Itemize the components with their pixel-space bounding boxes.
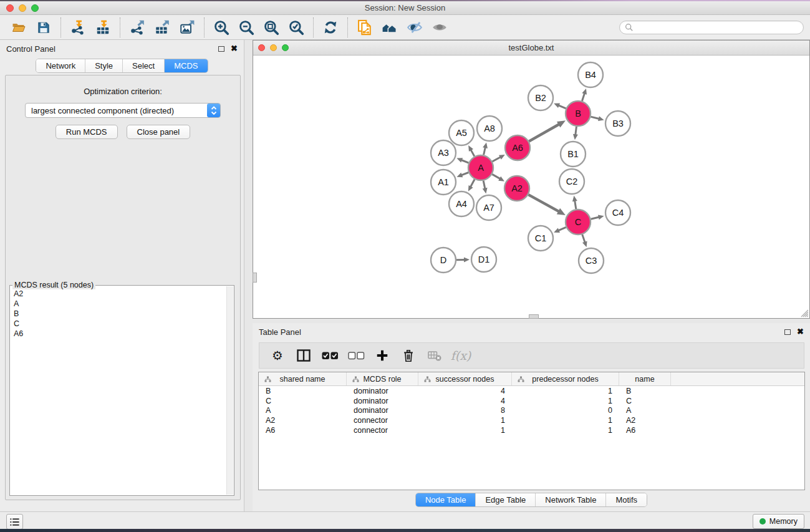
- memory-button[interactable]: Memory: [753, 514, 804, 529]
- cell-predecessor-nodes[interactable]: 1: [512, 416, 619, 425]
- window-edge-handle-bottom[interactable]: [529, 314, 539, 319]
- deselect-all-columns-icon[interactable]: [344, 345, 368, 366]
- show-panels-list-button[interactable]: [6, 514, 23, 530]
- column-header-MCDS-role[interactable]: MCDS role: [347, 372, 418, 385]
- graph-node-C3[interactable]: C3: [579, 248, 604, 273]
- cell-shared-name[interactable]: B: [259, 387, 347, 395]
- graph-node-A8[interactable]: A8: [477, 116, 502, 141]
- import-network-icon[interactable]: [65, 17, 90, 38]
- mcds-result-item[interactable]: C: [14, 319, 226, 329]
- table-settings-gear-icon[interactable]: ⚙: [266, 345, 289, 366]
- graph-edge-A-A4[interactable]: [471, 180, 475, 187]
- graph-node-A4[interactable]: A4: [449, 191, 474, 216]
- create-column-plus-icon[interactable]: [370, 345, 394, 366]
- mcds-result-item[interactable]: B: [14, 309, 226, 319]
- tab-style[interactable]: Style: [85, 59, 122, 72]
- graph-edge-C-C4[interactable]: [591, 217, 599, 219]
- graph-node-D[interactable]: D: [431, 248, 456, 273]
- close-panel-icon[interactable]: ✖: [231, 46, 238, 52]
- graph-edge-C-C3[interactable]: [582, 235, 585, 243]
- run-mcds-button[interactable]: Run MCDS: [55, 125, 118, 139]
- cell-MCDS-role[interactable]: dominator: [347, 397, 418, 405]
- hide-selected-icon[interactable]: [402, 17, 427, 38]
- mcds-result-item[interactable]: A6: [14, 329, 226, 339]
- tab-node-table[interactable]: Node Table: [416, 493, 476, 506]
- export-network-icon[interactable]: [125, 17, 150, 38]
- graph-edge-A-A3[interactable]: [461, 160, 469, 163]
- float-table-panel-icon[interactable]: [784, 329, 791, 335]
- show-columns-icon[interactable]: [292, 345, 316, 366]
- search-box[interactable]: [619, 21, 804, 34]
- graph-node-C[interactable]: C: [566, 210, 591, 235]
- cell-successor-nodes[interactable]: 1: [418, 416, 512, 425]
- cell-MCDS-role[interactable]: dominator: [347, 406, 418, 415]
- graph-node-A2[interactable]: A2: [504, 176, 529, 201]
- cell-predecessor-nodes[interactable]: 1: [512, 426, 619, 435]
- graph-edge-C-C1[interactable]: [558, 227, 566, 230]
- cell-MCDS-role[interactable]: connector: [347, 416, 418, 425]
- graph-node-D1[interactable]: D1: [471, 247, 496, 272]
- tab-edge-table[interactable]: Edge Table: [475, 493, 535, 506]
- cell-shared-name[interactable]: A2: [259, 416, 347, 425]
- mcds-result-item[interactable]: A: [14, 299, 226, 309]
- column-header-predecessor-nodes[interactable]: predecessor nodes: [512, 372, 619, 385]
- float-panel-icon[interactable]: [218, 46, 224, 52]
- graph-node-A3[interactable]: A3: [431, 140, 456, 165]
- delete-column-trash-icon[interactable]: [397, 345, 420, 366]
- close-table-panel-icon[interactable]: ✖: [797, 329, 804, 335]
- cell-name[interactable]: C: [619, 397, 671, 405]
- cell-shared-name[interactable]: C: [259, 397, 347, 405]
- import-table-icon[interactable]: [90, 17, 115, 38]
- graph-edge-B-B4[interactable]: [582, 94, 584, 102]
- open-file-icon[interactable]: [6, 17, 31, 38]
- graph-edge-A6-B[interactable]: [529, 124, 559, 141]
- graph-edge-A-A5[interactable]: [471, 150, 475, 157]
- cell-successor-nodes[interactable]: 4: [418, 387, 512, 395]
- graph-node-C2[interactable]: C2: [559, 169, 584, 194]
- result-list-scrollbar[interactable]: [226, 286, 233, 495]
- cell-shared-name[interactable]: A6: [259, 426, 347, 435]
- close-panel-button[interactable]: Close panel: [127, 125, 191, 139]
- new-network-from-selection-icon[interactable]: [352, 17, 377, 38]
- graph-edge-A2-C[interactable]: [528, 195, 559, 211]
- graph-node-B2[interactable]: B2: [528, 85, 553, 110]
- tab-select[interactable]: Select: [122, 59, 164, 72]
- cell-MCDS-role[interactable]: connector: [347, 426, 418, 435]
- graph-node-A5[interactable]: A5: [449, 120, 474, 145]
- graph-edge-A-A6[interactable]: [492, 157, 500, 162]
- criterion-dropdown[interactable]: largest connected component (directed): [25, 103, 221, 118]
- save-session-icon[interactable]: [31, 17, 56, 38]
- zoom-fit-icon[interactable]: [259, 17, 284, 38]
- window-edge-handle-left[interactable]: [253, 273, 257, 283]
- graph-edge-C-C2[interactable]: [575, 201, 576, 210]
- graph-node-A[interactable]: A: [468, 155, 493, 180]
- column-header-shared-name[interactable]: shared name: [259, 372, 347, 385]
- graph-node-B1[interactable]: B1: [561, 142, 586, 167]
- column-header-successor-nodes[interactable]: successor nodes: [418, 372, 512, 385]
- tab-network-table[interactable]: Network Table: [535, 493, 605, 506]
- mcds-result-item[interactable]: A2: [14, 289, 226, 299]
- network-canvas[interactable]: B4B2BB3A8A5A6A3B1AC2A1A2A4A7C4CC1C3DD1: [253, 56, 809, 318]
- graph-node-C1[interactable]: C1: [528, 226, 553, 251]
- cell-shared-name[interactable]: A: [259, 406, 347, 415]
- graph-node-A1[interactable]: A1: [431, 170, 456, 195]
- graph-node-A6[interactable]: A6: [505, 135, 530, 160]
- cell-successor-nodes[interactable]: 1: [418, 426, 512, 435]
- export-image-icon[interactable]: [175, 17, 200, 38]
- graph-node-B[interactable]: B: [566, 101, 591, 126]
- tab-mcds[interactable]: MCDS: [164, 59, 207, 72]
- cell-name[interactable]: B: [619, 387, 671, 395]
- graph-edge-A-A1[interactable]: [461, 173, 468, 175]
- export-table-icon[interactable]: [150, 17, 175, 38]
- graph-edge-B-B2[interactable]: [559, 105, 566, 109]
- tab-network[interactable]: Network: [36, 59, 85, 72]
- cell-MCDS-role[interactable]: dominator: [347, 387, 418, 395]
- cell-name[interactable]: A: [619, 406, 671, 415]
- cell-successor-nodes[interactable]: 4: [418, 397, 512, 405]
- graph-edge-B-B1[interactable]: [576, 127, 577, 135]
- cell-name[interactable]: A6: [619, 426, 671, 435]
- cell-predecessor-nodes[interactable]: 1: [512, 387, 619, 395]
- cell-name[interactable]: A2: [619, 416, 671, 425]
- graph-edge-A-A2[interactable]: [492, 174, 500, 178]
- graph-node-A7[interactable]: A7: [476, 195, 501, 220]
